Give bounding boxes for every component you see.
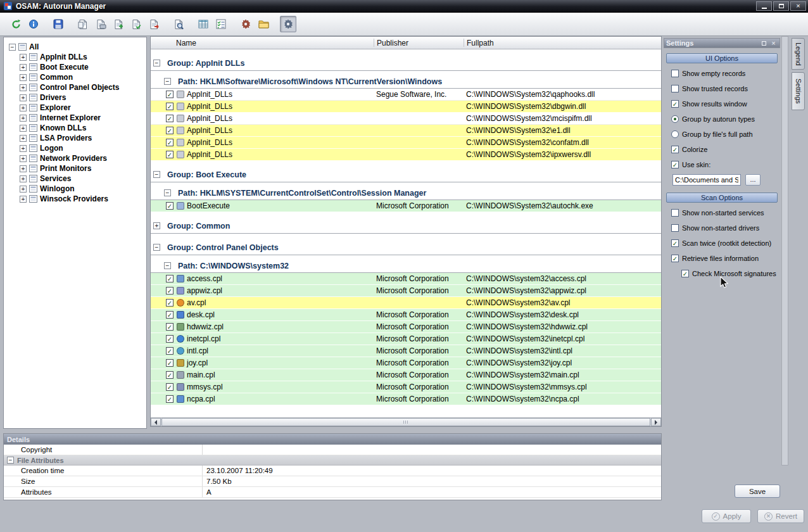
row-checkbox[interactable]: ✓	[166, 287, 174, 294]
checkbox-colorize[interactable]: ✓Colorize	[664, 142, 780, 157]
expand-icon[interactable]: +	[20, 165, 27, 172]
tree-item-known-dlls[interactable]: +Known DLLs	[20, 123, 144, 133]
minimize-button[interactable]	[756, 1, 772, 11]
skin-path-input[interactable]	[672, 174, 741, 186]
checkbox-scan-twice-rootkit-detection-[interactable]: ✓Scan twice (rootkit detection)	[664, 236, 780, 251]
record-row[interactable]: ✓desk.cplMicrosoft CorporationC:\WINDOWS…	[151, 309, 661, 321]
section-header-ui-options[interactable]: UI Options	[666, 53, 778, 63]
revert-button[interactable]: ✕ Revert	[757, 509, 804, 523]
path-row[interactable]: −Path: HKLM\Software\Microsoft\Windows N…	[151, 75, 661, 89]
horizontal-scrollbar[interactable]	[151, 417, 661, 426]
record-row[interactable]: ✓joy.cplMicrosoft CorporationC:\WINDOWS\…	[151, 357, 661, 369]
checkbox-icon[interactable]: ✓	[681, 270, 689, 277]
row-checkbox[interactable]: ✓	[166, 395, 174, 403]
record-row[interactable]: ✓AppInit_DLLsC:\WINDOWS\System32\dbgwin.…	[151, 101, 661, 113]
row-checkbox[interactable]: ✓	[166, 202, 174, 210]
search-button[interactable]	[170, 16, 187, 32]
row-checkbox[interactable]: ✓	[166, 139, 174, 146]
checkbox-retrieve-files-information[interactable]: ✓Retrieve files information	[664, 251, 780, 266]
row-checkbox[interactable]: ✓	[166, 275, 174, 282]
collapse-icon[interactable]: −	[153, 244, 160, 251]
export-record-button[interactable]	[146, 16, 162, 32]
row-checkbox[interactable]: ✓	[166, 383, 174, 391]
checkbox-icon[interactable]	[671, 70, 679, 77]
expand-icon[interactable]: +	[20, 135, 27, 142]
settings-scrollbar-track[interactable]	[781, 36, 788, 466]
collapse-icon[interactable]: −	[153, 60, 160, 66]
record-row[interactable]: ✓appwiz.cplMicrosoft CorporationC:\WINDO…	[151, 285, 661, 297]
row-checkbox[interactable]: ✓	[166, 91, 174, 98]
row-checkbox[interactable]: ✓	[166, 371, 174, 379]
tree-item-boot-execute[interactable]: +Boot Execute	[20, 62, 144, 72]
record-row[interactable]: ✓AppInit_DLLsC:\WINDOWS\System32\mcispif…	[151, 113, 661, 125]
checkbox-icon[interactable]: ✓	[671, 239, 679, 247]
checkbox-show-trusted-records[interactable]: Show trusted records	[664, 81, 780, 96]
tree-item-winlogon[interactable]: +Winlogon	[20, 184, 144, 194]
tab-legend[interactable]: Legend	[792, 38, 805, 70]
radio-group-by-autorun-types[interactable]: Group by autorun types	[664, 111, 780, 127]
add-record-button[interactable]	[110, 16, 127, 32]
section-header-scan-options[interactable]: Scan Options	[666, 193, 778, 203]
row-checkbox[interactable]: ✓	[166, 151, 174, 158]
row-checkbox[interactable]: ✓	[166, 127, 174, 134]
expand-icon[interactable]: +	[20, 175, 27, 182]
path-row[interactable]: −Path: HKLM\SYSTEM\CurrentControlSet\Con…	[151, 186, 661, 200]
tree-item-print-monitors[interactable]: +Print Monitors	[20, 163, 144, 174]
radio-icon[interactable]	[671, 115, 679, 123]
scroll-left-arrow[interactable]	[151, 418, 161, 426]
checkbox-show-non-started-drivers[interactable]: Show non-started drivers	[664, 220, 780, 236]
row-checkbox[interactable]: ✓	[166, 115, 174, 122]
group-row[interactable]: −Group: Control Panel Objects	[151, 240, 661, 255]
radio-group-by-file-s-full-path[interactable]: Group by file's full path	[664, 127, 780, 142]
column-header-publisher[interactable]: Publisher	[375, 37, 408, 49]
details-group-header[interactable]: −File Attributes	[4, 455, 661, 466]
row-checkbox[interactable]: ✓	[166, 335, 174, 343]
collapse-icon[interactable]: −	[164, 189, 171, 196]
record-row[interactable]: ✓AppInit_DLLsC:\WINDOWS\System32\e1.dll	[151, 125, 661, 137]
record-row[interactable]: ✓inetcpl.cplMicrosoft CorporationC:\WIND…	[151, 333, 661, 345]
checkbox-icon[interactable]	[671, 85, 679, 92]
expand-icon[interactable]: +	[20, 84, 27, 91]
save-button[interactable]	[50, 16, 66, 32]
column-separator[interactable]	[464, 39, 464, 47]
expand-icon[interactable]: +	[20, 155, 27, 162]
group-row[interactable]: −Group: AppInit DLLs	[151, 56, 661, 71]
tree-item-network-providers[interactable]: +Network Providers	[20, 153, 144, 163]
info-button[interactable]	[25, 16, 42, 32]
tree-item-internet-explorer[interactable]: +Internet Explorer	[20, 113, 144, 123]
checkbox-icon[interactable]: ✓	[671, 161, 679, 168]
record-row[interactable]: ✓main.cplMicrosoft CorporationC:\WINDOWS…	[151, 369, 661, 381]
maximize-button[interactable]	[773, 1, 789, 11]
checkbox-show-non-started-services[interactable]: Show non-started services	[664, 205, 780, 220]
tree-item-logon[interactable]: +Logon	[20, 143, 144, 153]
verify-records-button[interactable]	[128, 16, 144, 32]
collapse-icon[interactable]: −	[153, 171, 160, 178]
tab-settings[interactable]: Settings	[792, 72, 805, 110]
pin-icon[interactable]	[760, 39, 768, 47]
column-separator[interactable]	[374, 39, 374, 47]
expand-icon[interactable]: +	[20, 196, 27, 203]
refresh-button[interactable]	[8, 16, 24, 32]
expand-icon[interactable]: +	[20, 125, 27, 132]
radio-icon[interactable]	[671, 130, 679, 138]
details-row[interactable]: Copyright	[4, 445, 661, 455]
save-settings-button[interactable]: Save	[735, 484, 780, 498]
row-checkbox[interactable]: ✓	[166, 299, 174, 307]
tree-item-common[interactable]: +Common	[20, 72, 144, 82]
collapse-icon[interactable]: −	[9, 44, 16, 51]
checklist-button[interactable]	[213, 16, 229, 32]
expand-icon[interactable]: +	[20, 115, 27, 122]
apply-button[interactable]: ✓ Apply	[702, 509, 751, 523]
expand-icon[interactable]: +	[20, 186, 27, 193]
expand-icon[interactable]: +	[20, 94, 27, 101]
tree-item-control-panel-objects[interactable]: +Control Panel Objects	[20, 82, 144, 92]
tree-item-appinit-dlls[interactable]: +AppInit DLLs	[20, 52, 144, 62]
close-panel-icon[interactable]: ×	[769, 39, 778, 47]
details-row[interactable]: AttributesA	[4, 487, 661, 498]
record-row[interactable]: ✓ncpa.cplMicrosoft CorporationC:\WINDOWS…	[151, 393, 661, 405]
record-row[interactable]: ✓AppInit_DLLsSegue Software, Inc.C:\WIND…	[151, 89, 661, 101]
expand-icon[interactable]: +	[20, 74, 27, 81]
checkbox-show-empty-records[interactable]: Show empty records	[664, 66, 780, 81]
tree-item-all[interactable]: −All	[9, 42, 144, 52]
record-row[interactable]: ✓mmsys.cplMicrosoft CorporationC:\WINDOW…	[151, 381, 661, 393]
